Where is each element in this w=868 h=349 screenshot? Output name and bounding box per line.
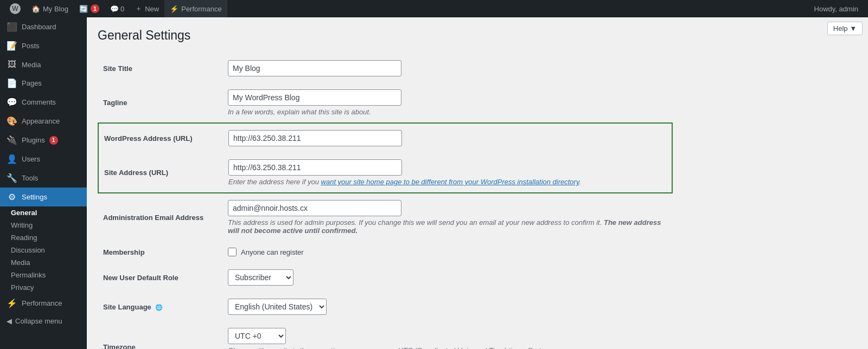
sidebar-performance-label: Performance [22,299,62,307]
performance-label: Performance [181,5,221,13]
submenu-privacy[interactable]: Privacy [0,281,87,294]
site-language-select[interactable]: English (United States) English (UK) [228,299,327,315]
plus-icon: ＋ [135,4,142,14]
sidebar-item-label: Dashboard [22,23,56,31]
help-button[interactable]: Help ▼ [827,22,863,35]
sidebar-item-label: Pages [22,79,42,87]
site-language-row: Site Language 🌐 English (United States) … [98,292,673,321]
settings-submenu: General Writing Reading Discussion Media… [0,206,87,294]
wp-address-label: WordPress Address (URL) [98,123,223,153]
perf-icon: ⚡ [7,298,17,308]
updates-item[interactable]: 🔄 1 [74,0,105,17]
timezone-row: Timezone UTC +0 UTC -5 UTC +1 UTC +5:30 … [98,321,673,349]
updates-badge: 1 [91,4,99,13]
appearance-icon: 🎨 [7,116,17,126]
timezone-select[interactable]: UTC +0 UTC -5 UTC +1 UTC +5:30 [228,328,286,344]
membership-checkbox-row: Anyone can register [228,248,667,256]
membership-checkbox-label: Anyone can register [241,248,304,256]
home-icon: 🏠 [31,5,40,13]
tagline-description: In a few words, explain what this site i… [228,108,667,116]
pages-icon: 📄 [7,78,17,88]
sidebar-item-posts[interactable]: 📝 Posts [0,36,87,55]
comment-icon: 💬 [110,5,119,13]
sidebar-item-comments[interactable]: 💬 Comments [0,93,87,112]
site-name-label: My Blog [43,5,68,13]
submenu-discussion[interactable]: Discussion [0,244,87,256]
tagline-label: Tagline [98,83,222,122]
site-address-input[interactable] [228,159,402,176]
sidebar-item-label: Plugins [22,136,45,144]
tools-icon: 🔧 [7,173,17,183]
membership-label: Membership [98,241,222,263]
sidebar-item-label: Users [22,155,40,163]
sidebar-item-pages[interactable]: 📄 Pages [0,74,87,93]
new-content-item[interactable]: ＋ New [130,0,164,17]
performance-icon: ⚡ [170,5,178,13]
submenu-permalinks[interactable]: Permalinks [0,269,87,281]
membership-row: Membership Anyone can register [98,241,673,263]
sidebar-item-settings[interactable]: ⚙ Settings [0,188,87,206]
plugins-icon: 🔌 [7,135,17,145]
sidebar-item-label: Settings [22,193,47,201]
comments-item[interactable]: 💬 0 [105,0,130,17]
admin-email-row: Administration Email Address This addres… [98,193,673,241]
wp-logo-item[interactable]: W [4,0,26,17]
sidebar-item-tools[interactable]: 🔧 Tools [0,169,87,188]
posts-icon: 📝 [7,41,17,51]
site-address-description: Enter the address here if you want your … [228,178,666,186]
updates-icon: 🔄 [79,5,88,13]
site-address-row: Site Address (URL) Enter the address her… [98,153,672,193]
submenu-general[interactable]: General [0,206,87,219]
default-role-label: New User Default Role [98,263,222,292]
submenu-media[interactable]: Media [0,256,87,269]
wp-address-row: WordPress Address (URL) [98,123,672,153]
admin-email-label: Administration Email Address [98,193,222,241]
settings-form-table-2: Administration Email Address This addres… [98,193,673,349]
admin-email-description: This address is used for admin purposes.… [228,218,667,235]
membership-checkbox[interactable] [228,248,237,256]
sidebar-item-label: Tools [22,174,38,182]
default-role-select[interactable]: Subscriber Contributor Author Editor Adm… [228,269,293,286]
comments-count: 0 [120,5,124,13]
submenu-reading[interactable]: Reading [0,231,87,244]
site-language-icon: 🌐 [155,304,163,311]
site-language-label-text: Site Language [103,303,151,311]
settings-form-table: Site Title Tagline In a few words, expla… [98,54,673,122]
default-role-row: New User Default Role Subscriber Contrib… [98,263,673,292]
comments-icon: 💬 [7,97,17,107]
main-content: General Settings Site Title Tagline [87,17,868,349]
admin-bar: W 🏠 My Blog 🔄 1 💬 0 ＋ New ⚡ Performance … [0,0,868,17]
sidebar-item-dashboard[interactable]: ⬛ Dashboard [0,17,87,36]
tagline-input[interactable] [228,89,401,106]
wp-address-input[interactable] [228,130,402,146]
site-address-link[interactable]: want your site home page to be different… [321,178,579,186]
site-title-label: Site Title [98,54,222,83]
admin-email-input[interactable] [228,200,401,216]
url-section-table: WordPress Address (URL) Site Address (UR… [98,122,673,193]
site-address-desc-before: Enter the address here if you [228,178,321,186]
sidebar-item-users[interactable]: 👤 Users [0,150,87,169]
sidebar-item-plugins[interactable]: 🔌 Plugins 1 [0,131,87,150]
new-label: New [145,5,159,13]
submenu-writing[interactable]: Writing [0,219,87,231]
collapse-label: Collapse menu [15,317,62,325]
performance-item[interactable]: ⚡ Performance [164,0,227,17]
plugins-badge: 1 [49,136,58,145]
sidebar-item-performance[interactable]: ⚡ Performance [0,294,87,313]
site-name-item[interactable]: 🏠 My Blog [26,0,74,17]
site-address-desc-after: . [579,178,581,186]
collapse-menu-button[interactable]: ◀ Collapse menu [0,313,87,329]
tagline-row: Tagline In a few words, explain what thi… [98,83,673,122]
site-title-input[interactable] [228,60,401,76]
users-icon: 👤 [7,154,17,164]
sidebar-item-label: Media [22,61,41,69]
sidebar-item-label: Comments [22,98,56,106]
site-address-label: Site Address (URL) [98,153,223,193]
settings-icon: ⚙ [7,192,17,202]
timezone-description: Choose either a city in the same timezon… [228,346,667,349]
sidebar-item-media[interactable]: 🖼 Media [0,55,87,74]
site-language-label: Site Language 🌐 [98,292,222,321]
sidebar-item-appearance[interactable]: 🎨 Appearance [0,112,87,131]
admin-email-desc-before: This address is used for admin purposes.… [228,218,604,227]
wp-logo-icon: W [10,3,21,14]
